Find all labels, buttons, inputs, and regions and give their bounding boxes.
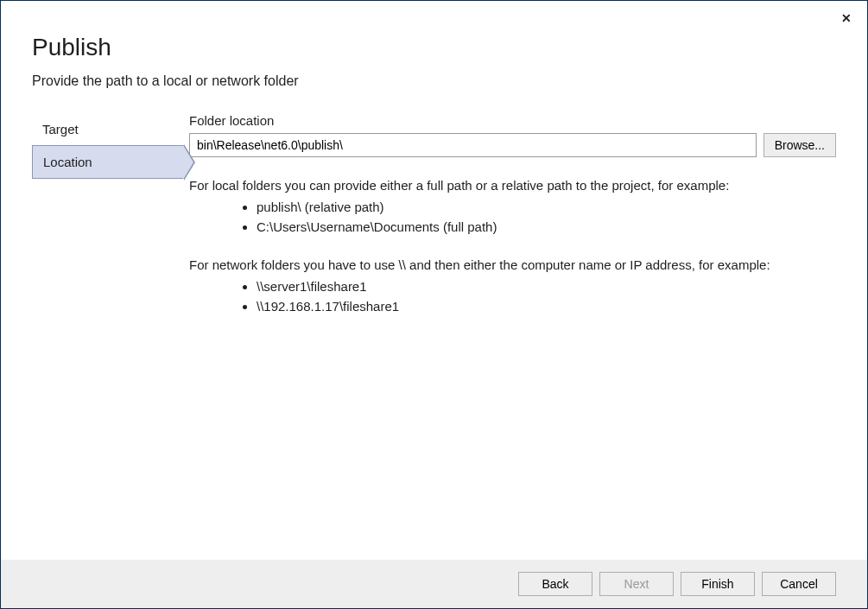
local-help-block: For local folders you can provide either… [189, 176, 836, 237]
page-subtitle: Provide the path to a local or network f… [32, 73, 836, 89]
local-help-list: publish\ (relative path) C:\Users\Userna… [189, 198, 836, 237]
folder-location-label: Folder location [189, 113, 836, 128]
folder-location-row: Browse... [189, 133, 836, 157]
list-item: C:\Users\Username\Documents (full path) [257, 218, 836, 238]
wizard-nav: Target Location [32, 113, 184, 335]
next-button: Next [599, 572, 674, 596]
header: Publish Provide the path to a local or n… [1, 1, 867, 89]
page-title: Publish [32, 34, 836, 61]
wizard-step-location[interactable]: Location [32, 145, 184, 179]
cancel-button[interactable]: Cancel [762, 572, 836, 596]
folder-location-input[interactable] [189, 133, 757, 157]
network-help-intro: For network folders you have to use \\ a… [189, 256, 836, 274]
list-item: \\server1\fileshare1 [257, 277, 836, 297]
wizard-step-label: Target [42, 122, 79, 136]
close-icon[interactable]: ✕ [836, 8, 857, 29]
wizard-step-target[interactable]: Target [32, 113, 184, 145]
network-help-list: \\server1\fileshare1 \\192.168.1.17\file… [189, 277, 836, 316]
list-item: \\192.168.1.17\fileshare1 [257, 297, 836, 317]
footer: Back Next Finish Cancel [1, 560, 867, 608]
body: Target Location Folder location Browse..… [1, 113, 867, 335]
network-help-block: For network folders you have to use \\ a… [189, 256, 836, 316]
browse-button[interactable]: Browse... [763, 133, 836, 157]
list-item: publish\ (relative path) [257, 198, 836, 218]
finish-button[interactable]: Finish [681, 572, 755, 596]
content-area: Folder location Browse... For local fold… [184, 113, 836, 335]
wizard-step-label: Location [43, 155, 92, 169]
local-help-intro: For local folders you can provide either… [189, 176, 836, 194]
back-button[interactable]: Back [518, 572, 592, 596]
